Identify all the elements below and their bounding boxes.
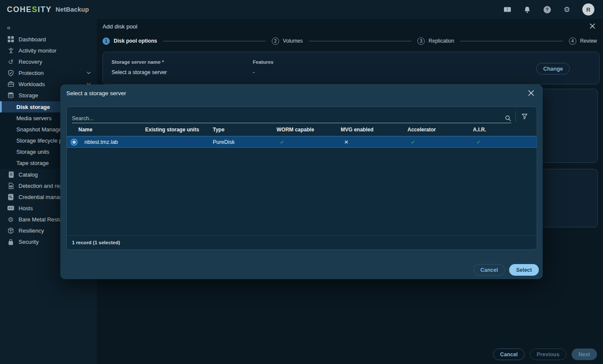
topbar: COHESITY NetBackup ? ⚙ R (0, 0, 603, 19)
modal-title: Select a storage server (66, 90, 126, 96)
step-review[interactable]: 4 Review (569, 37, 597, 45)
search-row (67, 107, 537, 123)
sidebar-item-protection[interactable]: Protection (0, 67, 97, 78)
column-name: Name (67, 127, 134, 133)
license-icon[interactable] (503, 5, 512, 14)
column-type: Type (201, 127, 265, 133)
select-storage-server-modal: Select a storage server Name Existing st… (60, 84, 543, 279)
record-count: 1 record (1 selected) (67, 235, 537, 249)
chevron-down-icon (87, 72, 91, 74)
table-row[interactable]: nbtest.tmz.lab PureDisk ✓ ✕ ✓ ✓ (67, 136, 537, 148)
storage-server-name-value: Select a storage server (112, 69, 591, 75)
row-type: PureDisk (201, 139, 265, 145)
step-connector (163, 41, 266, 41)
detection-report-icon (7, 182, 14, 189)
search-icon[interactable] (505, 115, 511, 121)
divider (516, 111, 516, 122)
worm-capable-check-icon: ✓ (265, 139, 329, 145)
mvg-enabled-cross-icon: ✕ (329, 139, 396, 145)
step-connector (309, 41, 411, 41)
storage-database-icon (7, 92, 14, 99)
settings-gear-icon[interactable]: ⚙ (563, 5, 571, 14)
storage-server-card: Storage server name * Select a storage s… (103, 52, 600, 84)
wizard-stepper: 1 Disk pool options 2 Volumes 3 Replicat… (103, 37, 597, 45)
filter-icon[interactable] (518, 110, 532, 123)
accelerator-check-icon: ✓ (396, 139, 461, 145)
sidebar-item-activity-monitor[interactable]: Activity monitor (0, 45, 97, 56)
air-check-icon: ✓ (461, 139, 537, 145)
step-volumes[interactable]: 2 Volumes (272, 37, 303, 45)
modal-close-icon[interactable] (528, 90, 534, 96)
bare-metal-restore-icon: ⚙ (7, 216, 14, 223)
wizard-previous-button[interactable]: Previous (530, 348, 566, 360)
page-title: Add disk pool (103, 23, 137, 30)
catalog-icon (7, 171, 14, 178)
table-header: Name Existing storage units Type WORM ca… (67, 123, 537, 136)
storage-server-name-label: Storage server name * (112, 59, 591, 65)
column-existing-storage-units: Existing storage units (134, 127, 201, 133)
wizard-next-button[interactable]: Next (572, 348, 597, 360)
cohesity-logo: COHESITY (7, 5, 52, 14)
hosts-icon (7, 205, 14, 212)
features-label: Features (253, 59, 274, 65)
features-value: - (253, 69, 274, 75)
column-mvg-enabled: MVG enabled (329, 127, 396, 133)
step-connector (460, 41, 563, 41)
protection-shield-icon (7, 69, 14, 76)
product-name: NetBackup (56, 6, 89, 13)
storage-server-table-panel: Name Existing storage units Type WORM ca… (66, 106, 537, 250)
collapse-chevrons-icon: « (7, 24, 10, 31)
step-replication[interactable]: 3 Replication (417, 37, 454, 45)
change-button[interactable]: Change (536, 63, 570, 75)
resiliency-icon (7, 227, 14, 234)
server-name: nbtest.tmz.lab (84, 139, 118, 145)
help-icon[interactable]: ? (543, 5, 551, 14)
dashboard-icon (7, 36, 14, 43)
credential-key-icon (7, 193, 14, 200)
search-input[interactable] (72, 115, 505, 121)
sidebar-collapse-button[interactable]: « (0, 21, 97, 34)
column-worm-capable: WORM capable (265, 127, 329, 133)
workloads-briefcase-icon (7, 81, 14, 87)
sidebar-item-dashboard[interactable]: Dashboard (0, 34, 97, 45)
activity-monitor-icon (7, 47, 14, 54)
notifications-bell-icon[interactable] (523, 5, 532, 14)
step-disk-pool-options[interactable]: 1 Disk pool options (103, 37, 157, 45)
modal-select-button[interactable]: Select (509, 264, 539, 276)
sidebar-item-recovery[interactable]: ↺ Recovery (0, 56, 97, 67)
security-lock-icon (7, 238, 14, 245)
modal-cancel-button[interactable]: Cancel (473, 264, 505, 276)
wizard-close-icon[interactable] (590, 23, 595, 29)
column-air: A.I.R. (461, 127, 537, 133)
wizard-cancel-button[interactable]: Cancel (493, 348, 525, 360)
user-avatar[interactable]: R (582, 3, 594, 16)
table-empty-area (67, 148, 537, 235)
row-radio-selected[interactable] (71, 139, 78, 146)
recovery-icon: ↺ (7, 58, 14, 65)
column-accelerator: Accelerator (396, 127, 461, 133)
